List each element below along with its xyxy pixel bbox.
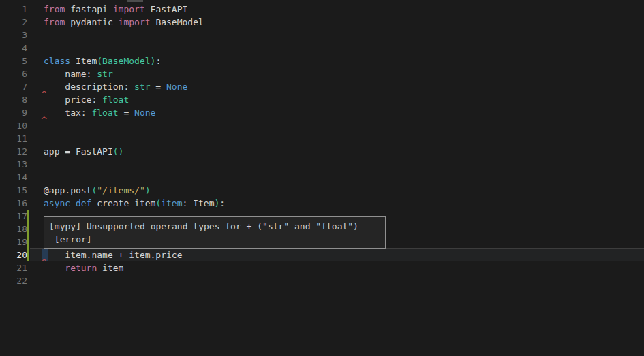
code-token: @app.post — [44, 185, 91, 195]
code-token: item — [161, 198, 182, 208]
code-token: = — [119, 108, 134, 118]
code-text[interactable]: from pydantic import BaseModel — [44, 16, 204, 29]
code-text[interactable]: return item — [44, 261, 123, 274]
code-token: "/items/" — [97, 185, 144, 195]
code-token: Item — [70, 56, 97, 66]
line-number[interactable]: 15 — [0, 184, 27, 197]
code-token: tax: — [44, 108, 91, 118]
code-line[interactable]: 14 — [0, 171, 644, 184]
top-notch — [127, 0, 143, 2]
code-text[interactable]: description: str = None — [44, 80, 187, 93]
code-token: name: — [44, 69, 97, 79]
code-token: from — [44, 17, 65, 27]
code-token: float — [91, 108, 118, 118]
indent-guide — [40, 67, 40, 119]
code-token: None — [166, 82, 187, 92]
code-token: return — [65, 263, 97, 273]
line-number[interactable]: 12 — [0, 145, 27, 158]
code-token: float — [102, 95, 129, 105]
change-bar — [27, 210, 29, 223]
code-text[interactable]: item.name + item.price — [44, 248, 183, 261]
code-line[interactable]: 10 — [0, 119, 644, 132]
code-token: BaseModel — [102, 56, 150, 66]
line-number[interactable]: 21 — [0, 261, 27, 274]
tooltip-message-line1: [mypy] Unsupported operand types for + (… — [49, 220, 380, 233]
code-line[interactable]: 5class Item(BaseModel): — [0, 54, 644, 67]
code-editor[interactable]: 1from fastapi import FastAPI2from pydant… — [0, 0, 644, 356]
code-line[interactable]: 2from pydantic import BaseModel — [0, 16, 644, 29]
code-token: : — [219, 198, 225, 208]
line-number[interactable]: 3 — [0, 29, 27, 42]
error-caret-icon: ^ — [41, 114, 47, 123]
tooltip-message-line2: [error] — [49, 233, 380, 246]
code-line[interactable]: 1from fastapi import FastAPI — [0, 3, 644, 16]
code-token: FastAPI — [145, 4, 188, 14]
code-token: BaseModel — [151, 17, 204, 27]
code-text[interactable]: app = FastAPI() — [44, 145, 123, 158]
line-number[interactable]: 10 — [0, 119, 27, 132]
code-line[interactable]: 6 name: str — [0, 67, 644, 80]
line-number[interactable]: 16 — [0, 197, 27, 210]
code-token: str — [97, 69, 112, 79]
line-number[interactable]: 6 — [0, 67, 27, 80]
code-line[interactable]: 8 price: float — [0, 93, 644, 106]
code-token: class — [44, 56, 70, 66]
code-token: import — [119, 17, 151, 27]
code-line[interactable]: 7 description: str = None^ — [0, 80, 644, 93]
line-number[interactable]: 11 — [0, 132, 27, 145]
code-token: def — [76, 198, 91, 208]
line-number[interactable]: 5 — [0, 54, 27, 67]
error-caret-icon: ^ — [41, 88, 47, 97]
line-number[interactable]: 1 — [0, 3, 27, 16]
code-token: create_item — [91, 198, 155, 208]
code-token: from — [44, 4, 65, 14]
code-line[interactable]: 12app = FastAPI() — [0, 145, 644, 158]
change-bar — [27, 236, 29, 248]
code-token — [70, 198, 76, 208]
line-number[interactable]: 17 — [0, 210, 27, 223]
code-line[interactable]: 16async def create_item(item: Item): — [0, 197, 644, 210]
code-line[interactable]: 13 — [0, 158, 644, 171]
line-number[interactable]: 14 — [0, 171, 27, 184]
line-number[interactable]: 7 — [0, 80, 27, 93]
line-number[interactable]: 13 — [0, 158, 27, 171]
code-token: ( — [97, 56, 102, 66]
code-token: : Item — [183, 198, 215, 208]
code-token: fastapi — [65, 4, 112, 14]
code-token: None — [134, 108, 155, 118]
code-line[interactable]: 3 — [0, 29, 644, 42]
code-text[interactable]: name: str — [44, 67, 113, 80]
line-number[interactable]: 8 — [0, 93, 27, 106]
code-line[interactable]: 21 return item — [0, 261, 644, 274]
code-token: item.name + item.price — [44, 250, 183, 260]
line-number[interactable]: 22 — [0, 274, 27, 287]
code-token: async — [44, 198, 70, 208]
line-number[interactable]: 18 — [0, 223, 27, 236]
code-line[interactable]: 11 — [0, 132, 644, 145]
code-text[interactable]: async def create_item(item: Item): — [44, 197, 225, 210]
code-token: item — [97, 263, 123, 273]
code-line[interactable]: 20 item.name + item.price^ — [0, 248, 644, 261]
line-number[interactable]: 9 — [0, 106, 27, 119]
code-line[interactable]: 9 tax: float = None^ — [0, 106, 644, 119]
code-text[interactable]: price: float — [44, 93, 129, 106]
line-number[interactable]: 4 — [0, 42, 27, 54]
code-token: = — [151, 82, 166, 92]
code-line[interactable]: 4 — [0, 42, 644, 54]
change-bar — [27, 223, 29, 236]
line-number[interactable]: 2 — [0, 16, 27, 29]
code-text[interactable]: class Item(BaseModel): — [44, 54, 161, 67]
code-line[interactable]: 22 — [0, 274, 644, 287]
indent-guide — [40, 210, 40, 274]
code-text[interactable]: from fastapi import FastAPI — [44, 3, 187, 16]
code-token: str — [134, 82, 150, 92]
code-text[interactable]: @app.post("/items/") — [44, 184, 151, 197]
code-text[interactable]: tax: float = None — [44, 106, 155, 119]
line-number[interactable]: 20 — [0, 248, 27, 261]
code-token: price: — [44, 95, 102, 105]
code-line[interactable]: 15@app.post("/items/") — [0, 184, 644, 197]
code-token: app = FastAPI — [44, 146, 113, 157]
error-caret-icon: ^ — [41, 257, 47, 265]
mypy-error-tooltip: [mypy] Unsupported operand types for + (… — [44, 216, 386, 249]
line-number[interactable]: 19 — [0, 236, 27, 248]
